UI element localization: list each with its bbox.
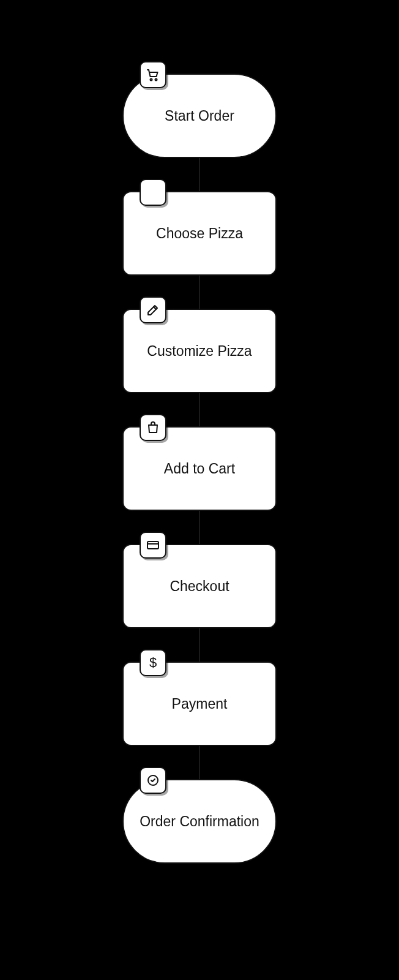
node-box: Checkout [122, 544, 277, 628]
edge [199, 628, 200, 662]
node-start-order: Start Order [122, 74, 277, 158]
flowchart-canvas: Start Order Choose Pizza Customize Pizza [0, 0, 399, 980]
bag-icon [140, 414, 166, 441]
edge [199, 511, 200, 544]
svg-point-1 [155, 79, 157, 81]
cart-icon [140, 61, 166, 88]
node-box: Customize Pizza [122, 309, 277, 393]
node-box: Order Confirmation [122, 779, 277, 864]
node-label: Customize Pizza [147, 342, 252, 360]
node-choose-pizza: Choose Pizza [122, 191, 277, 276]
node-box: Choose Pizza [122, 191, 277, 276]
node-order-confirmation: Order Confirmation [122, 779, 277, 864]
edge [199, 746, 200, 779]
node-box: $ Payment [122, 662, 277, 746]
blank-icon [140, 179, 166, 206]
svg-rect-2 [147, 541, 158, 549]
svg-point-0 [151, 79, 152, 81]
node-label: Choose Pizza [156, 225, 243, 243]
edit-icon [140, 296, 166, 323]
node-checkout: Checkout [122, 544, 277, 628]
node-label: Order Confirmation [140, 813, 259, 831]
edge [199, 276, 200, 309]
node-label: Payment [172, 695, 228, 713]
node-label: Checkout [170, 578, 229, 595]
node-box: Start Order [122, 74, 277, 158]
dollar-icon: $ [140, 649, 166, 676]
node-payment: $ Payment [122, 662, 277, 746]
node-label: Add to Cart [164, 460, 235, 478]
check-icon [140, 767, 166, 794]
node-label: Start Order [165, 107, 234, 125]
node-add-to-cart: Add to Cart [122, 426, 277, 511]
node-customize-pizza: Customize Pizza [122, 309, 277, 393]
node-box: Add to Cart [122, 426, 277, 511]
card-icon [140, 532, 166, 559]
edge [199, 158, 200, 191]
edge [199, 393, 200, 426]
